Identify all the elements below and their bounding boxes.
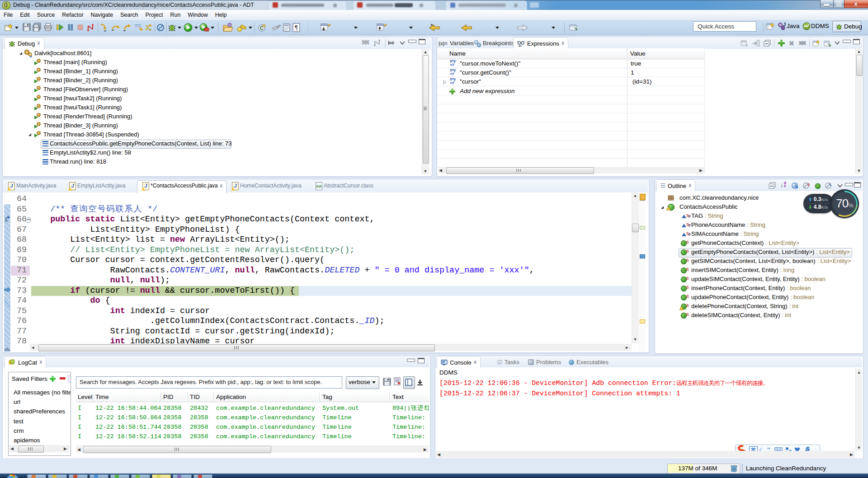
svg-text:x=: x= xyxy=(519,44,522,47)
svg-text:S: S xyxy=(807,183,810,187)
svg-text:L: L xyxy=(830,183,832,187)
svg-text:¶: ¶ xyxy=(295,24,298,31)
svg-text:C: C xyxy=(260,25,264,31)
svg-text:J: J xyxy=(783,22,786,27)
